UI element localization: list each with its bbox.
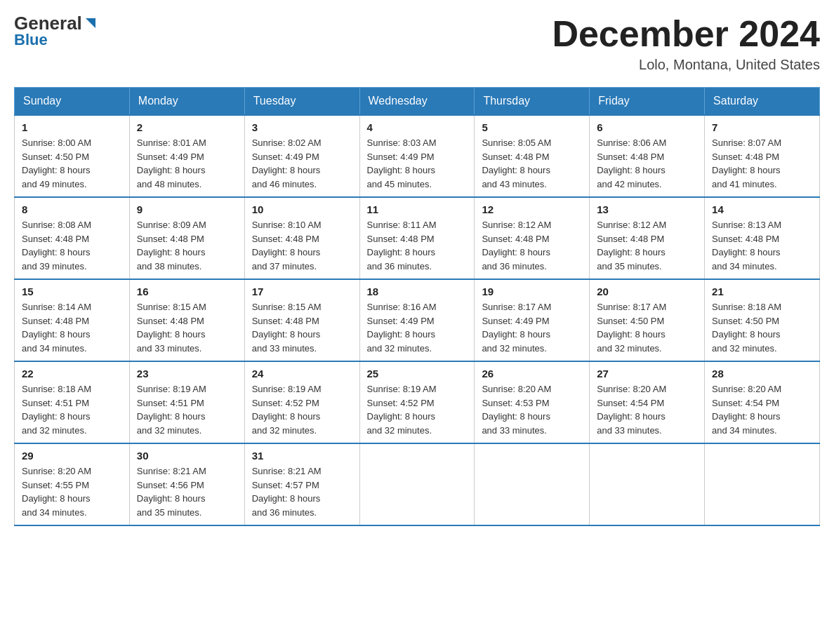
day-info: Sunrise: 8:17 AMSunset: 4:49 PMDaylight:… [482, 300, 582, 355]
day-number: 4 [367, 121, 468, 133]
day-cell: 8Sunrise: 8:08 AMSunset: 4:48 PMDaylight… [15, 197, 130, 279]
title-section: December 2024 Lolo, Montana, United Stat… [552, 14, 820, 73]
day-number: 5 [482, 121, 582, 133]
weekday-header-thursday: Thursday [475, 88, 590, 116]
day-number: 12 [482, 203, 582, 215]
day-cell: 24Sunrise: 8:19 AMSunset: 4:52 PMDayligh… [244, 361, 359, 443]
day-info: Sunrise: 8:21 AMSunset: 4:56 PMDaylight:… [137, 464, 237, 519]
day-info: Sunrise: 8:07 AMSunset: 4:48 PMDaylight:… [712, 136, 812, 191]
day-cell: 13Sunrise: 8:12 AMSunset: 4:48 PMDayligh… [590, 197, 705, 279]
day-cell: 17Sunrise: 8:15 AMSunset: 4:48 PMDayligh… [244, 279, 359, 361]
day-cell: 14Sunrise: 8:13 AMSunset: 4:48 PMDayligh… [705, 197, 820, 279]
day-number: 10 [252, 203, 352, 215]
day-cell: 15Sunrise: 8:14 AMSunset: 4:48 PMDayligh… [15, 279, 130, 361]
day-info: Sunrise: 8:13 AMSunset: 4:48 PMDaylight:… [712, 218, 812, 273]
weekday-header-sunday: Sunday [15, 88, 130, 116]
page-header: General Blue December 2024 Lolo, Montana… [14, 14, 820, 73]
day-cell: 3Sunrise: 8:02 AMSunset: 4:49 PMDaylight… [244, 115, 359, 197]
day-number: 25 [367, 368, 468, 380]
svg-marker-0 [86, 18, 95, 28]
day-cell [705, 443, 820, 525]
day-info: Sunrise: 8:21 AMSunset: 4:57 PMDaylight:… [252, 464, 352, 519]
day-cell: 27Sunrise: 8:20 AMSunset: 4:54 PMDayligh… [590, 361, 705, 443]
day-number: 11 [367, 203, 468, 215]
day-cell: 12Sunrise: 8:12 AMSunset: 4:48 PMDayligh… [475, 197, 590, 279]
week-row-2: 8Sunrise: 8:08 AMSunset: 4:48 PMDaylight… [15, 197, 820, 279]
day-info: Sunrise: 8:19 AMSunset: 4:52 PMDaylight:… [367, 382, 468, 437]
day-number: 1 [22, 121, 122, 133]
day-info: Sunrise: 8:09 AMSunset: 4:48 PMDaylight:… [137, 218, 237, 273]
day-info: Sunrise: 8:19 AMSunset: 4:52 PMDaylight:… [252, 382, 352, 437]
day-info: Sunrise: 8:19 AMSunset: 4:51 PMDaylight:… [137, 382, 237, 437]
day-info: Sunrise: 8:12 AMSunset: 4:48 PMDaylight:… [597, 218, 697, 273]
day-number: 19 [482, 286, 582, 297]
day-cell [590, 443, 705, 525]
day-info: Sunrise: 8:02 AMSunset: 4:49 PMDaylight:… [252, 136, 352, 191]
weekday-header-wednesday: Wednesday [359, 88, 475, 116]
day-number: 18 [367, 286, 468, 297]
weekday-header-friday: Friday [590, 88, 705, 116]
week-row-3: 15Sunrise: 8:14 AMSunset: 4:48 PMDayligh… [15, 279, 820, 361]
day-cell: 22Sunrise: 8:18 AMSunset: 4:51 PMDayligh… [15, 361, 130, 443]
location: Lolo, Montana, United States [552, 57, 820, 73]
day-number: 6 [597, 121, 697, 133]
day-info: Sunrise: 8:15 AMSunset: 4:48 PMDaylight:… [252, 300, 352, 355]
day-cell: 23Sunrise: 8:19 AMSunset: 4:51 PMDayligh… [129, 361, 244, 443]
day-number: 9 [137, 203, 237, 215]
day-number: 15 [22, 286, 122, 297]
day-cell: 19Sunrise: 8:17 AMSunset: 4:49 PMDayligh… [475, 279, 590, 361]
day-info: Sunrise: 8:12 AMSunset: 4:48 PMDaylight:… [482, 218, 582, 273]
day-info: Sunrise: 8:16 AMSunset: 4:49 PMDaylight:… [367, 300, 468, 355]
day-cell: 7Sunrise: 8:07 AMSunset: 4:48 PMDaylight… [705, 115, 820, 197]
weekday-header-monday: Monday [129, 88, 244, 116]
day-info: Sunrise: 8:18 AMSunset: 4:51 PMDaylight:… [22, 382, 122, 437]
day-cell: 30Sunrise: 8:21 AMSunset: 4:56 PMDayligh… [129, 443, 244, 525]
day-number: 3 [252, 121, 352, 133]
day-number: 28 [712, 368, 812, 380]
day-info: Sunrise: 8:01 AMSunset: 4:49 PMDaylight:… [137, 136, 237, 191]
day-cell: 31Sunrise: 8:21 AMSunset: 4:57 PMDayligh… [244, 443, 359, 525]
day-number: 26 [482, 368, 582, 380]
weekday-header-row: SundayMondayTuesdayWednesdayThursdayFrid… [15, 88, 820, 116]
day-cell: 28Sunrise: 8:20 AMSunset: 4:54 PMDayligh… [705, 361, 820, 443]
day-number: 24 [252, 368, 352, 380]
day-number: 16 [137, 286, 237, 297]
day-cell: 16Sunrise: 8:15 AMSunset: 4:48 PMDayligh… [129, 279, 244, 361]
day-info: Sunrise: 8:20 AMSunset: 4:53 PMDaylight:… [482, 382, 582, 437]
week-row-4: 22Sunrise: 8:18 AMSunset: 4:51 PMDayligh… [15, 361, 820, 443]
day-number: 30 [137, 450, 237, 462]
day-number: 29 [22, 450, 122, 462]
day-number: 7 [712, 121, 812, 133]
day-info: Sunrise: 8:20 AMSunset: 4:54 PMDaylight:… [712, 382, 812, 437]
day-info: Sunrise: 8:20 AMSunset: 4:55 PMDaylight:… [22, 464, 122, 519]
day-cell: 2Sunrise: 8:01 AMSunset: 4:49 PMDaylight… [129, 115, 244, 197]
day-info: Sunrise: 8:00 AMSunset: 4:50 PMDaylight:… [22, 136, 122, 191]
month-title: December 2024 [552, 14, 820, 54]
day-info: Sunrise: 8:20 AMSunset: 4:54 PMDaylight:… [597, 382, 697, 437]
day-cell: 5Sunrise: 8:05 AMSunset: 4:48 PMDaylight… [475, 115, 590, 197]
day-number: 8 [22, 203, 122, 215]
day-number: 31 [252, 450, 352, 462]
day-cell: 26Sunrise: 8:20 AMSunset: 4:53 PMDayligh… [475, 361, 590, 443]
calendar-table: SundayMondayTuesdayWednesdayThursdayFrid… [14, 87, 820, 526]
day-info: Sunrise: 8:11 AMSunset: 4:48 PMDaylight:… [367, 218, 468, 273]
week-row-5: 29Sunrise: 8:20 AMSunset: 4:55 PMDayligh… [15, 443, 820, 525]
day-info: Sunrise: 8:08 AMSunset: 4:48 PMDaylight:… [22, 218, 122, 273]
logo-general: General [14, 14, 82, 32]
day-cell: 20Sunrise: 8:17 AMSunset: 4:50 PMDayligh… [590, 279, 705, 361]
day-number: 2 [137, 121, 237, 133]
day-info: Sunrise: 8:14 AMSunset: 4:48 PMDaylight:… [22, 300, 122, 355]
day-cell: 10Sunrise: 8:10 AMSunset: 4:48 PMDayligh… [244, 197, 359, 279]
day-cell: 25Sunrise: 8:19 AMSunset: 4:52 PMDayligh… [359, 361, 475, 443]
day-info: Sunrise: 8:05 AMSunset: 4:48 PMDaylight:… [482, 136, 582, 191]
day-number: 17 [252, 286, 352, 297]
week-row-1: 1Sunrise: 8:00 AMSunset: 4:50 PMDaylight… [15, 115, 820, 197]
day-info: Sunrise: 8:03 AMSunset: 4:49 PMDaylight:… [367, 136, 468, 191]
day-cell: 21Sunrise: 8:18 AMSunset: 4:50 PMDayligh… [705, 279, 820, 361]
logo-triangle-icon [83, 15, 98, 31]
day-info: Sunrise: 8:15 AMSunset: 4:48 PMDaylight:… [137, 300, 237, 355]
day-info: Sunrise: 8:17 AMSunset: 4:50 PMDaylight:… [597, 300, 697, 355]
day-cell [359, 443, 475, 525]
day-info: Sunrise: 8:18 AMSunset: 4:50 PMDaylight:… [712, 300, 812, 355]
day-cell: 6Sunrise: 8:06 AMSunset: 4:48 PMDaylight… [590, 115, 705, 197]
